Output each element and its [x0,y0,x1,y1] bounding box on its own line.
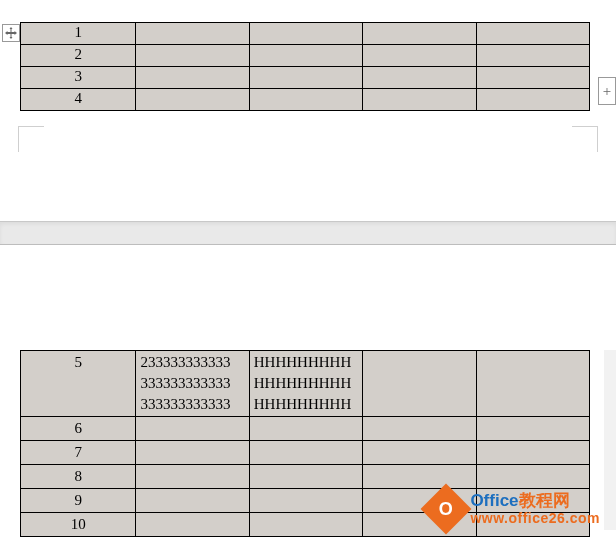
watermark: O Office教程网 www.office26.com [428,491,600,527]
watermark-brand-cn: 教程网 [519,491,570,510]
cell[interactable] [136,489,249,513]
cell-rownum[interactable]: 3 [21,67,136,89]
cell[interactable] [363,465,476,489]
cell-rownum[interactable]: 5 [21,351,136,417]
document-page-top: + 1 2 3 4 [0,22,616,221]
cell[interactable]: 233333333333 333333333333 333333333333 [136,351,249,417]
cell-rownum[interactable]: 2 [21,45,136,67]
cell[interactable] [249,45,362,67]
cell[interactable] [363,417,476,441]
cell[interactable] [136,67,249,89]
cell[interactable] [363,45,476,67]
cell[interactable]: HHHHHHHHH HHHHHHHHH HHHHHHHHH [249,351,362,417]
table-row[interactable]: 5 233333333333 333333333333 333333333333… [21,351,590,417]
cell[interactable] [249,23,362,45]
margin-corner-icon [572,126,598,152]
cell-rownum[interactable]: 7 [21,441,136,465]
cell[interactable] [476,67,589,89]
cell[interactable] [136,45,249,67]
table-row[interactable]: 2 [21,45,590,67]
document-page-bottom-header [0,245,616,350]
cell[interactable] [249,441,362,465]
cell[interactable] [249,67,362,89]
table-top[interactable]: 1 2 3 4 [20,22,590,111]
cell[interactable] [476,417,589,441]
cell[interactable] [249,513,362,537]
cell[interactable] [476,23,589,45]
cell[interactable] [363,351,476,417]
table-row[interactable]: 7 [21,441,590,465]
cell[interactable] [136,465,249,489]
cell[interactable] [476,465,589,489]
cell-rownum[interactable]: 9 [21,489,136,513]
cell[interactable] [476,441,589,465]
table-row[interactable]: 6 [21,417,590,441]
page-gap [0,221,616,245]
table-add-column-handle[interactable]: + [598,77,616,105]
cell[interactable] [249,89,362,111]
cell[interactable] [136,441,249,465]
cell[interactable] [136,513,249,537]
page-bottom-margin [0,111,616,221]
cell-rownum[interactable]: 4 [21,89,136,111]
watermark-logo-icon: O [421,484,472,535]
table-row[interactable]: 3 [21,67,590,89]
cell[interactable] [249,465,362,489]
table-row[interactable]: 8 [21,465,590,489]
cell-rownum[interactable]: 1 [21,23,136,45]
cell[interactable] [136,417,249,441]
cell-rownum[interactable]: 8 [21,465,136,489]
cell[interactable] [476,351,589,417]
scrollbar-track[interactable] [604,350,616,530]
plus-icon: + [603,83,611,100]
cell[interactable] [476,89,589,111]
cell[interactable] [136,89,249,111]
cell[interactable] [136,23,249,45]
watermark-text: Office教程网 www.office26.com [470,492,600,526]
cell[interactable] [363,89,476,111]
margin-corner-icon [18,126,44,152]
watermark-brand: Office [470,491,518,510]
cell[interactable] [249,489,362,513]
move-icon [5,27,17,39]
cell[interactable] [476,45,589,67]
table-row[interactable]: 1 [21,23,590,45]
cell[interactable] [249,417,362,441]
table-row[interactable]: 4 [21,89,590,111]
cell-rownum[interactable]: 10 [21,513,136,537]
cell[interactable] [363,441,476,465]
cell-rownum[interactable]: 6 [21,417,136,441]
cell[interactable] [363,67,476,89]
table-move-handle[interactable] [2,24,20,42]
cell[interactable] [363,23,476,45]
watermark-url: www.office26.com [470,511,600,526]
